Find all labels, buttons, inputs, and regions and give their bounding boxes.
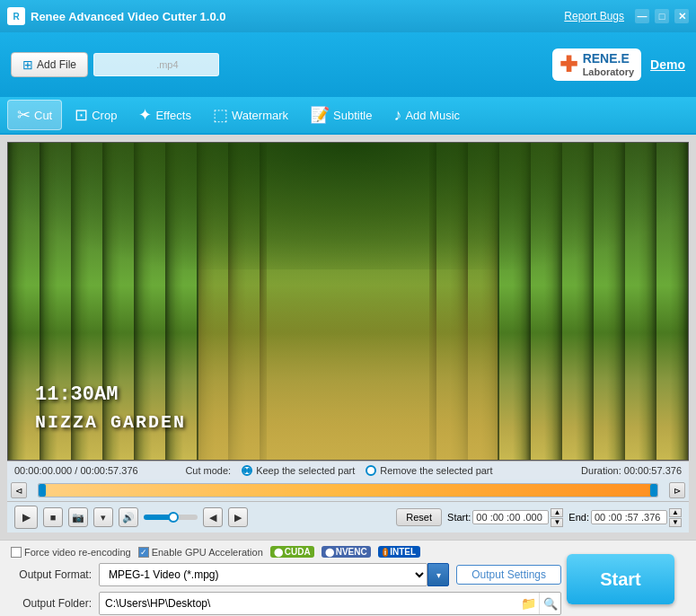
toolbar-add-music[interactable]: ♪ Add Music <box>384 100 469 130</box>
effects-icon: ✦ <box>138 105 152 125</box>
add-file-button[interactable]: ⊞ Add File <box>11 52 88 77</box>
music-icon: ♪ <box>393 106 401 125</box>
timeline-left-button[interactable]: ⊲ <box>11 482 27 498</box>
main-content: 11:30AM NIZZA GARDEN 00:00:00.000 / 00:0… <box>0 135 696 540</box>
start-time-down[interactable]: ▼ <box>551 518 563 527</box>
title-bar: R Renee Advanced Video Cutter 1.0.0 Repo… <box>0 0 696 32</box>
format-select[interactable]: MPEG-1 Video (*.mpg) <box>99 563 427 586</box>
end-time-spinner: ▲ ▼ <box>669 508 682 527</box>
start-label: Start: <box>447 512 471 523</box>
subtitle-icon: 📝 <box>310 105 330 125</box>
format-select-wrap: MPEG-1 Video (*.mpg) ▾ <box>99 563 449 586</box>
end-label: End: <box>568 512 589 523</box>
bottom-content: Force video re-encoding ✓ Enable GPU Acc… <box>11 546 685 615</box>
bottom-panel: Force video re-encoding ✓ Enable GPU Acc… <box>0 540 696 616</box>
controls-bar: ▶ ■ 📷 ▾ 🔊 ◀ ▶ Reset Start: ▲ ▼ End: ▲ ▼ <box>7 501 689 532</box>
remove-radio-group[interactable]: Remove the selected part <box>366 465 492 476</box>
toolbar-effects[interactable]: ✦ Effects <box>129 100 200 130</box>
cut-icon: ✂ <box>17 105 31 125</box>
watermark-label: Watermark <box>232 109 288 122</box>
add-file-area: ⊞ Add File <box>11 52 219 77</box>
logo-line2: Laboratory <box>583 66 634 77</box>
end-time-field: End: ▲ ▼ <box>568 508 682 527</box>
format-dropdown-button[interactable]: ▾ <box>427 563 449 586</box>
app-icon: R <box>7 7 25 25</box>
toolbar-cut[interactable]: ✂ Cut <box>7 100 62 130</box>
end-time-up[interactable]: ▲ <box>669 508 682 517</box>
format-label: Output Format: <box>11 568 92 581</box>
folder-browse-icon[interactable]: 📁 <box>517 593 539 614</box>
cut-label: Cut <box>34 109 52 122</box>
gpu-accel-label: Enable GPU Acceleration <box>152 547 263 558</box>
logo-cross-icon: ✚ <box>559 52 577 77</box>
gpu-accel-checkbox[interactable]: ✓ Enable GPU Acceleration <box>138 547 263 558</box>
volume-slider[interactable] <box>144 515 198 520</box>
mute-button[interactable]: 🔊 <box>119 507 138 527</box>
reset-button[interactable]: Reset <box>396 508 442 526</box>
timeline-progress <box>39 484 657 497</box>
force-encode-checkbox-box[interactable] <box>11 547 22 558</box>
keep-radio-group[interactable]: Keep the selected part <box>242 465 355 476</box>
timeline-slider[interactable] <box>38 483 658 497</box>
end-time-down[interactable]: ▼ <box>669 518 682 527</box>
crop-label: Crop <box>92 109 117 122</box>
toolbar-crop[interactable]: ⊡ Crop <box>66 100 126 130</box>
remove-radio-button[interactable] <box>366 465 376 476</box>
header-bar: ⊞ Add File ✚ RENE.E Laboratory Demo <box>0 32 696 97</box>
keep-radio-button[interactable] <box>242 465 252 476</box>
screenshot-dropdown[interactable]: ▾ <box>93 507 113 527</box>
start-time-spinner: ▲ ▼ <box>551 508 563 527</box>
add-file-icon: ⊞ <box>22 57 33 72</box>
gpu-accel-checkbox-box[interactable]: ✓ <box>138 547 149 558</box>
add-file-label: Add File <box>37 58 76 71</box>
report-bugs-link[interactable]: Report Bugs <box>564 10 624 22</box>
subtitle-label: Subtitle <box>333 109 372 122</box>
output-settings-button[interactable]: Output Settings <box>456 565 561 585</box>
demo-link[interactable]: Demo <box>650 57 685 72</box>
crop-icon: ⊡ <box>75 105 88 125</box>
end-time-input[interactable] <box>591 510 667 524</box>
start-time-up[interactable]: ▲ <box>551 508 563 517</box>
nvenc-label: NVENC <box>336 547 367 557</box>
video-time-overlay: 11:30AM <box>35 383 118 406</box>
force-encode-label: Force video re-encoding <box>24 547 131 558</box>
force-encode-checkbox[interactable]: Force video re-encoding <box>11 547 131 558</box>
play-button[interactable]: ▶ <box>14 506 38 529</box>
minimize-button[interactable]: — <box>635 9 649 23</box>
video-frame: 11:30AM NIZZA GARDEN <box>8 143 688 460</box>
prev-frame-button[interactable]: ◀ <box>203 507 223 527</box>
gpu-logo-intel: i <box>383 548 389 557</box>
cut-mode-options: Cut mode: Keep the selected part Remove … <box>147 465 531 476</box>
timeline-right-button[interactable]: ⊳ <box>669 482 685 498</box>
timeline-handle-right[interactable] <box>650 484 657 497</box>
current-time: 00:00:00.000 <box>14 465 72 476</box>
next-frame-button[interactable]: ▶ <box>228 507 248 527</box>
watermark-icon: ⬚ <box>213 105 228 125</box>
screenshot-button[interactable]: 📷 <box>68 507 88 527</box>
duration-display: Duration: 00:00:57.376 <box>538 465 682 476</box>
start-time-field: Start: ▲ ▼ <box>447 508 563 527</box>
video-player[interactable]: 11:30AM NIZZA GARDEN <box>7 142 689 461</box>
folder-search-icon[interactable]: 🔍 <box>539 593 560 614</box>
volume-knob[interactable] <box>168 512 179 523</box>
gpu-logo-nvenc: ⬤ <box>325 548 334 557</box>
logo-box: ✚ RENE.E Laboratory <box>552 48 641 81</box>
start-time-input[interactable] <box>472 510 549 524</box>
time-bar: 00:00:00.000 / 00:00:57.376 Cut mode: Ke… <box>7 461 689 480</box>
toolbar-subtitle[interactable]: 📝 Subtitle <box>301 100 381 130</box>
current-time-display: 00:00:00.000 / 00:00:57.376 <box>14 465 140 476</box>
folder-path-input[interactable] <box>100 594 517 612</box>
timeline-handle-left[interactable] <box>39 484 46 497</box>
logo-area: ✚ RENE.E Laboratory Demo <box>552 48 685 81</box>
gpu-logo-cuda: ⬤ <box>274 548 283 557</box>
start-button[interactable]: Start <box>567 554 674 604</box>
close-button[interactable]: ✕ <box>674 9 689 23</box>
toolbar-watermark[interactable]: ⬚ Watermark <box>204 100 297 130</box>
effects-label: Effects <box>155 109 191 122</box>
restore-button[interactable]: □ <box>655 9 669 23</box>
file-name-input[interactable] <box>93 53 219 76</box>
window-controls: — □ ✕ <box>635 9 689 23</box>
folder-path-wrap: 📁 🔍 <box>99 592 561 615</box>
stop-button[interactable]: ■ <box>43 507 63 527</box>
cuda-label: CUDA <box>285 547 311 557</box>
